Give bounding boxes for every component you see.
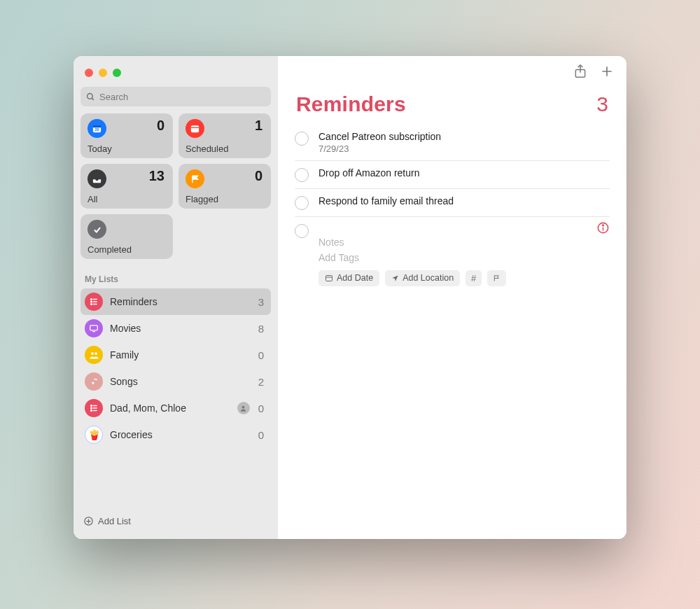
- svg-line-1: [92, 98, 94, 100]
- svg-point-16: [94, 352, 97, 355]
- smart-list-all[interactable]: 13 All: [80, 164, 173, 209]
- svg-text:20: 20: [94, 127, 99, 132]
- app-window: Search 20 0 Today 1 Scheduled: [74, 56, 626, 539]
- hash-icon: #: [471, 273, 476, 284]
- reminder-title: Drop off Amazon return: [318, 167, 610, 178]
- list-count: 0: [258, 402, 264, 414]
- info-button[interactable]: [596, 221, 610, 234]
- add-flag-chip[interactable]: [487, 270, 506, 286]
- reminder-row[interactable]: Respond to family email thread: [295, 189, 610, 217]
- today-label: Today: [88, 144, 112, 154]
- reminder-row[interactable]: Drop off Amazon return: [295, 161, 610, 189]
- list-row-family[interactable]: Family 0: [80, 342, 271, 368]
- share-button[interactable]: [573, 64, 587, 79]
- checkmark-icon: [88, 220, 106, 239]
- list-row-movies[interactable]: Movies 8: [80, 315, 271, 342]
- add-location-chip[interactable]: Add Location: [385, 270, 460, 286]
- flagged-count: 0: [255, 168, 262, 184]
- flag-outline-icon: [493, 274, 500, 282]
- tags-placeholder[interactable]: Add Tags: [318, 250, 610, 265]
- list-bullet-icon: [85, 399, 103, 417]
- list-row-reminders[interactable]: Reminders 3: [80, 288, 271, 315]
- chip-label: Add Location: [402, 273, 454, 283]
- people-icon: [85, 346, 103, 364]
- search-input[interactable]: Search: [80, 87, 271, 106]
- complete-checkbox[interactable]: [295, 224, 309, 238]
- toolbar: [278, 56, 626, 87]
- calendar-icon: [325, 274, 333, 282]
- flag-icon: [186, 169, 204, 188]
- plus-circle-icon: [83, 516, 94, 526]
- list-row-shared[interactable]: Dad, Mom, Chloe 0: [80, 395, 271, 421]
- complete-checkbox[interactable]: [295, 132, 309, 146]
- add-reminder-button[interactable]: [600, 64, 614, 78]
- all-label: All: [88, 194, 97, 204]
- notes-placeholder[interactable]: Notes: [318, 234, 610, 250]
- add-list-button[interactable]: Add List: [80, 510, 271, 532]
- completed-label: Completed: [88, 244, 132, 255]
- flagged-label: Flagged: [186, 194, 218, 204]
- reminder-date: 7/29/23: [318, 144, 610, 154]
- tray-icon: [88, 169, 106, 188]
- location-arrow-icon: [391, 274, 399, 282]
- svg-point-19: [91, 407, 92, 409]
- my-lists-label: My Lists: [80, 263, 271, 288]
- music-note-icon: [85, 372, 103, 391]
- chip-label: Add Date: [337, 273, 373, 283]
- list-count: 0: [258, 429, 264, 441]
- add-tag-chip[interactable]: #: [465, 270, 482, 286]
- smart-list-flagged[interactable]: 0 Flagged: [178, 164, 271, 209]
- window-controls: [80, 66, 271, 87]
- search-placeholder: Search: [99, 92, 128, 102]
- reminder-title: Respond to family email thread: [318, 195, 610, 206]
- list-row-songs[interactable]: Songs 2: [80, 368, 271, 395]
- reminder-row[interactable]: Cancel Patreon subscription 7/29/23: [295, 125, 610, 161]
- complete-checkbox[interactable]: [295, 196, 309, 210]
- list-title: Reminders: [296, 92, 406, 116]
- list-name: Songs: [110, 376, 251, 387]
- sidebar: Search 20 0 Today 1 Scheduled: [74, 56, 278, 539]
- list-bullet-icon: [85, 293, 103, 311]
- complete-checkbox[interactable]: [295, 168, 309, 182]
- all-count: 13: [149, 168, 164, 184]
- smart-lists-grid: 20 0 Today 1 Scheduled 13 All: [80, 113, 271, 259]
- today-count: 0: [157, 118, 164, 134]
- list-name: Dad, Mom, Chloe: [110, 402, 230, 414]
- add-list-label: Add List: [98, 516, 131, 526]
- minimize-window-icon[interactable]: [99, 69, 107, 77]
- list-row-groceries[interactable]: 🍟 Groceries 0: [80, 421, 271, 448]
- list-name: Groceries: [110, 429, 251, 440]
- new-reminder-row[interactable]: Notes Add Tags Add Date: [295, 217, 610, 293]
- smart-list-today[interactable]: 20 0 Today: [80, 113, 173, 158]
- display-icon: [85, 319, 103, 337]
- close-window-icon[interactable]: [85, 69, 93, 77]
- list-name: Reminders: [110, 296, 251, 307]
- svg-point-9: [91, 301, 92, 302]
- scheduled-label: Scheduled: [186, 144, 228, 154]
- svg-point-11: [91, 304, 92, 305]
- svg-rect-30: [326, 276, 332, 281]
- list-name: Family: [110, 349, 251, 360]
- svg-point-17: [91, 405, 92, 407]
- fullscreen-window-icon[interactable]: [113, 69, 121, 77]
- svg-point-21: [91, 410, 92, 412]
- smart-list-scheduled[interactable]: 1 Scheduled: [178, 113, 271, 158]
- scheduled-count: 1: [255, 118, 262, 134]
- add-date-chip[interactable]: Add Date: [318, 270, 379, 286]
- calendar-today-icon: 20: [88, 119, 106, 138]
- reminder-items: Cancel Patreon subscription 7/29/23 Drop…: [278, 125, 626, 293]
- list-count: 0: [258, 349, 264, 361]
- list-total-count: 3: [596, 92, 608, 116]
- svg-point-7: [91, 299, 92, 300]
- main-panel: Reminders 3 Cancel Patreon subscription …: [278, 56, 626, 539]
- groceries-emoji-icon: 🍟: [85, 426, 103, 444]
- svg-point-23: [242, 405, 245, 408]
- list-count: 3: [258, 296, 264, 308]
- list-count: 2: [258, 376, 264, 388]
- list-header: Reminders 3: [278, 87, 626, 125]
- svg-rect-5: [191, 125, 199, 132]
- list-name: Movies: [110, 323, 251, 334]
- svg-point-34: [603, 225, 604, 226]
- smart-list-completed[interactable]: Completed: [80, 214, 173, 259]
- svg-point-15: [91, 352, 94, 355]
